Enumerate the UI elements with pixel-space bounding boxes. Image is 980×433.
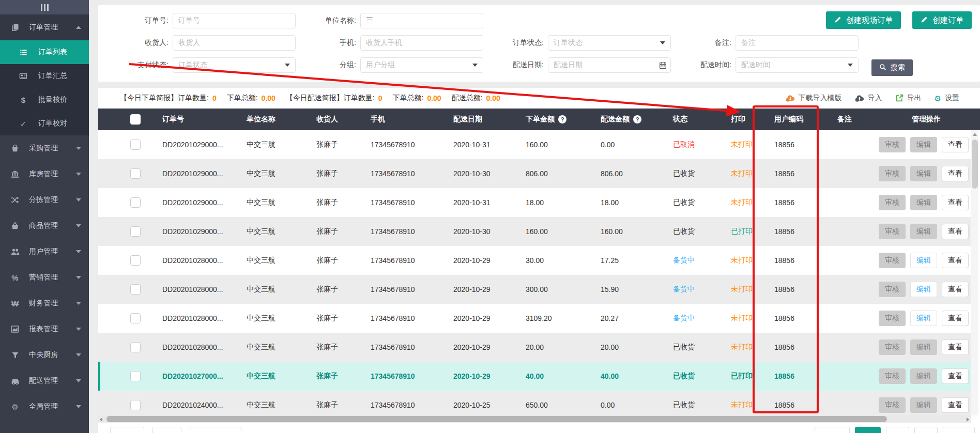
import-button[interactable]: 导入	[855, 94, 882, 103]
row-checkbox[interactable]	[130, 371, 141, 381]
help-icon[interactable]: ?	[558, 115, 566, 123]
view-button[interactable]: 查看	[942, 195, 969, 210]
vertical-scroll-thumb[interactable]	[972, 140, 978, 189]
sidebar-collapse-button[interactable]	[0, 0, 89, 14]
view-button[interactable]: 查看	[942, 166, 969, 181]
pagination-button[interactable]	[110, 427, 144, 433]
row-checkbox[interactable]	[130, 168, 141, 179]
order-status-select[interactable]: 订单状态	[548, 35, 671, 51]
table-row[interactable]: DD20201029000...中交三航张麻子173456789102020-1…	[98, 217, 971, 246]
scroll-left-icon[interactable]	[100, 417, 102, 422]
export-button[interactable]: 导出	[895, 94, 922, 103]
vertical-scrollbar[interactable]	[971, 130, 978, 415]
help-icon[interactable]: ?	[633, 115, 641, 123]
view-button[interactable]: 查看	[942, 224, 969, 239]
edit-button[interactable]: 编辑	[910, 195, 937, 210]
scroll-right-icon[interactable]	[967, 417, 969, 422]
row-checkbox[interactable]	[130, 255, 141, 266]
edit-button[interactable]: 编辑	[910, 253, 937, 268]
table-row[interactable]: DD20201029000...中交三航张麻子173456789102020-1…	[98, 188, 971, 217]
company-name-input[interactable]: 三	[360, 13, 483, 28]
select-all-checkbox[interactable]	[130, 114, 141, 125]
table-row[interactable]: DD20201029000...中交三航张麻子173456789102020-1…	[98, 159, 971, 188]
create-order-button[interactable]: 创建订单	[912, 11, 972, 29]
table-row[interactable]: DD20201028000...中交三航张麻子173456789102020-1…	[98, 333, 971, 362]
horizontal-scrollbar[interactable]	[98, 415, 971, 423]
sidebar-item-finance-management[interactable]: ₩财务管理	[0, 290, 89, 316]
audit-button[interactable]: 审核	[879, 166, 906, 181]
search-button[interactable]: 搜索	[871, 59, 913, 76]
edit-button[interactable]: 编辑	[910, 137, 937, 152]
create-onsite-order-button[interactable]: 创建现场订单	[826, 11, 901, 29]
table-row[interactable]: DD20201028000...中交三航张麻子173456789102020-1…	[98, 275, 971, 304]
sidebar-item-batch-pricing[interactable]: $批量核价	[0, 88, 89, 112]
table-row[interactable]: DD20201027000...中交三航张麻子173456789102020-1…	[98, 362, 971, 391]
sidebar-item-report-management[interactable]: 报表管理	[0, 316, 89, 342]
order-no-input[interactable]: 订单号	[173, 13, 296, 28]
phone-input[interactable]: 收货人手机	[360, 35, 483, 51]
sidebar-item-sorting-management[interactable]: 分拣管理	[0, 187, 89, 213]
pagination-button[interactable]	[190, 427, 241, 433]
edit-button[interactable]: 编辑	[910, 368, 937, 384]
sidebar-item-goods-management[interactable]: 商品管理	[0, 213, 89, 239]
audit-button[interactable]: 审核	[879, 397, 906, 413]
view-button[interactable]: 查看	[942, 253, 969, 268]
horizontal-scroll-thumb[interactable]	[106, 416, 887, 422]
sidebar-item-warehouse-management[interactable]: 库房管理	[0, 161, 89, 187]
sidebar-item-marketing-management[interactable]: %营销管理	[0, 265, 89, 290]
user-group-select[interactable]: 用户分组	[360, 57, 483, 73]
pagination-button[interactable]	[914, 427, 938, 433]
audit-button[interactable]: 审核	[879, 137, 906, 152]
view-button[interactable]: 查看	[942, 311, 969, 326]
row-checkbox[interactable]	[130, 342, 141, 352]
audit-button[interactable]: 审核	[879, 195, 906, 210]
download-template-button[interactable]: 下载导入模版	[786, 94, 842, 103]
view-button[interactable]: 查看	[942, 137, 969, 152]
sidebar-item-order-management[interactable]: 订单管理	[0, 14, 89, 40]
remark-input[interactable]: 备注	[736, 35, 859, 51]
row-checkbox[interactable]	[130, 226, 141, 237]
pagination-button-active[interactable]	[855, 427, 881, 433]
sidebar-item-purchase-management[interactable]: 采购管理	[0, 135, 89, 161]
audit-button[interactable]: 审核	[879, 224, 906, 239]
view-button[interactable]: 查看	[942, 282, 969, 297]
edit-button[interactable]: 编辑	[910, 224, 937, 239]
pagination-button[interactable]	[943, 427, 975, 433]
view-button[interactable]: 查看	[942, 397, 969, 413]
pagination-button[interactable]	[886, 427, 909, 433]
row-checkbox[interactable]	[130, 313, 141, 323]
view-button[interactable]: 查看	[942, 339, 969, 355]
audit-button[interactable]: 审核	[879, 311, 906, 326]
row-checkbox[interactable]	[130, 400, 141, 410]
sidebar-item-order-summary[interactable]: 订单汇总	[0, 64, 89, 88]
audit-button[interactable]: 审核	[879, 339, 906, 355]
table-row[interactable]: DD20201028000...中交三航张麻子173456789102020-1…	[98, 246, 971, 275]
sidebar-item-global-management[interactable]: ⚙全局管理	[0, 394, 89, 420]
pagination-button[interactable]	[152, 427, 181, 433]
audit-button[interactable]: 审核	[879, 282, 906, 297]
scroll-up-icon[interactable]	[971, 130, 978, 138]
sidebar-item-order-check[interactable]: ✓订单校对	[0, 112, 89, 135]
audit-button[interactable]: 审核	[879, 253, 906, 268]
pagination-button[interactable]	[815, 427, 850, 433]
edit-button[interactable]: 编辑	[910, 166, 937, 181]
view-button[interactable]: 查看	[942, 368, 969, 384]
sidebar-item-central-kitchen[interactable]: 中央厨房	[0, 342, 89, 368]
delivery-date-input[interactable]: 配送日期	[548, 57, 671, 73]
sidebar-item-order-list[interactable]: 订单列表	[0, 40, 89, 64]
table-row[interactable]: DD20201028000...中交三航张麻子173456789102020-1…	[98, 304, 971, 333]
edit-button[interactable]: 编辑	[910, 282, 937, 297]
settings-button[interactable]: ⚙设置	[935, 94, 959, 103]
edit-button[interactable]: 编辑	[910, 311, 937, 326]
table-row[interactable]: DD20201029000...中交三航张麻子173456789102020-1…	[98, 130, 971, 159]
row-checkbox[interactable]	[130, 284, 141, 295]
pay-status-select[interactable]: 订单状态	[173, 57, 296, 73]
delivery-time-select[interactable]: 配送时间	[736, 57, 859, 73]
receiver-input[interactable]: 收货人	[173, 35, 296, 51]
row-checkbox[interactable]	[130, 140, 141, 150]
edit-button[interactable]: 编辑	[910, 339, 937, 355]
edit-button[interactable]: 编辑	[910, 397, 937, 413]
sidebar-item-user-management[interactable]: 用户管理	[0, 239, 89, 265]
row-checkbox[interactable]	[130, 197, 141, 208]
audit-button[interactable]: 审核	[879, 368, 906, 384]
